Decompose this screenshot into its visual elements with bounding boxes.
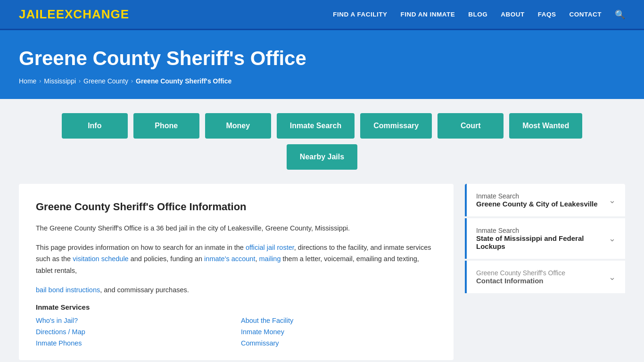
hero-section: Greene County Sheriff's Office Home › Mi…: [0, 30, 644, 99]
link-bail[interactable]: bail bond instructions: [36, 286, 100, 294]
nav-about[interactable]: ABOUT: [501, 11, 525, 18]
info-heading: Greene County Sheriff's Office Informati…: [36, 201, 437, 213]
breadcrumb-sep3: ›: [131, 78, 133, 84]
nav-contact[interactable]: CONTACT: [570, 11, 602, 18]
site-logo[interactable]: JAILEEXCHANGE: [19, 7, 129, 22]
main-nav: FIND A FACILITY FIND AN INMATE BLOG ABOU…: [333, 9, 625, 20]
link-official-roster[interactable]: official jail roster: [246, 244, 294, 251]
services-title: Inmate Services: [36, 303, 437, 311]
link-account[interactable]: inmate's account: [204, 255, 255, 263]
tab-most-wanted[interactable]: Most Wanted: [509, 113, 582, 139]
service-inmate-phones[interactable]: Inmate Phones: [36, 339, 231, 347]
sidebar-card-text-2: Inmate Search State of Mississippi and F…: [476, 227, 609, 250]
breadcrumb-home[interactable]: Home: [19, 77, 36, 85]
logo-part1: JAIL: [19, 7, 47, 21]
breadcrumb-state[interactable]: Mississippi: [44, 77, 76, 85]
breadcrumb: Home › Mississippi › Greene County › Gre…: [19, 77, 625, 85]
sidebar-card-bottom-3: Contact Information: [476, 277, 565, 285]
tab-phone[interactable]: Phone: [133, 113, 199, 139]
site-header: JAILEEXCHANGE FIND A FACILITY FIND AN IN…: [0, 0, 644, 30]
tab-info[interactable]: Info: [62, 113, 128, 139]
sidebar-card-top-2: Inmate Search: [476, 227, 609, 234]
service-commissary[interactable]: Commissary: [241, 339, 437, 347]
nav-blog[interactable]: BLOG: [468, 11, 487, 18]
tab-nearby-jails[interactable]: Nearby Jails: [287, 144, 357, 170]
logo-highlight: E: [47, 7, 56, 21]
breadcrumb-county[interactable]: Greene County: [83, 77, 128, 85]
info-para3: bail bond instructions, and commissary p…: [36, 284, 437, 296]
chevron-down-icon-1: ⌄: [609, 195, 616, 206]
info-para1: The Greene County Sheriff's Office is a …: [36, 222, 437, 234]
services-grid: Who's in Jail? About the Facility Direct…: [36, 317, 437, 347]
sidebar-card-inmate-search-2[interactable]: Inmate Search State of Mississippi and F…: [465, 218, 625, 259]
main-content: Greene County Sheriff's Office Informati…: [0, 174, 644, 362]
para2-mid3: ,: [255, 255, 259, 263]
para2-start: This page provides information on how to…: [36, 244, 246, 251]
sidebar-card-bottom-1: Greene County & City of Leakesville: [476, 200, 598, 208]
sidebar-card-top-1: Inmate Search: [476, 192, 598, 200]
chevron-down-icon-2: ⌄: [609, 233, 616, 244]
nav-find-facility[interactable]: FIND A FACILITY: [333, 11, 387, 18]
sidebar-card-inmate-search-1[interactable]: Inmate Search Greene County & City of Le…: [465, 184, 625, 216]
tab-inmate-search[interactable]: Inmate Search: [277, 113, 355, 139]
tab-money[interactable]: Money: [205, 113, 271, 139]
sidebar-card-bottom-2: State of Mississippi and Federal Lockups: [476, 234, 609, 250]
breadcrumb-sep2: ›: [79, 78, 81, 84]
breadcrumb-current: Greene County Sheriff's Office: [136, 77, 231, 85]
service-whos-in-jail[interactable]: Who's in Jail?: [36, 317, 231, 324]
tabs-row-1: Info Phone Money Inmate Search Commissar…: [62, 113, 582, 139]
service-inmate-money[interactable]: Inmate Money: [241, 328, 437, 336]
sidebar-card-text-1: Inmate Search Greene County & City of Le…: [476, 192, 598, 208]
sidebar-card-contact[interactable]: Greene County Sheriff's Office Contact I…: [465, 261, 625, 293]
service-about-facility[interactable]: About the Facility: [241, 317, 437, 324]
nav-find-inmate[interactable]: FIND AN INMATE: [400, 11, 455, 18]
sidebar-card-text-3: Greene County Sheriff's Office Contact I…: [476, 269, 565, 285]
tab-commissary[interactable]: Commissary: [360, 113, 432, 139]
breadcrumb-sep1: ›: [39, 78, 41, 84]
page-title: Greene County Sheriff's Office: [19, 47, 625, 70]
para2-tail: , and commissary purchases.: [100, 286, 189, 294]
tabs-row-2: Nearby Jails: [287, 144, 357, 170]
nav-faqs[interactable]: FAQs: [538, 11, 556, 18]
link-visitation[interactable]: visitation schedule: [73, 255, 129, 263]
link-mailing[interactable]: mailing: [259, 255, 281, 263]
right-panel: Inmate Search Greene County & City of Le…: [465, 184, 625, 360]
sidebar-card-top-3: Greene County Sheriff's Office: [476, 269, 565, 277]
chevron-down-icon-3: ⌄: [609, 272, 616, 282]
info-para2: This page provides information on how to…: [36, 242, 437, 277]
left-panel: Greene County Sheriff's Office Informati…: [19, 184, 454, 360]
tab-court[interactable]: Court: [438, 113, 504, 139]
logo-part2: EXCHANGE: [56, 7, 129, 21]
para2-mid2: and policies, funding an: [129, 255, 204, 263]
service-directions[interactable]: Directions / Map: [36, 328, 231, 336]
search-icon[interactable]: 🔍: [615, 9, 625, 20]
tabs-area: Info Phone Money Inmate Search Commissar…: [0, 99, 644, 174]
